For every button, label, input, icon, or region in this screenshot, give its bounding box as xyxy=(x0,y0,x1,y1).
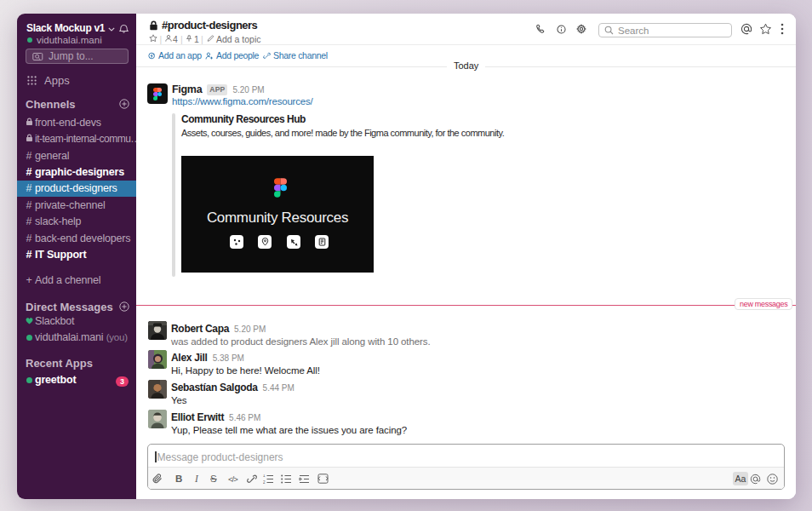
svg-text:2: 2 xyxy=(263,480,266,484)
svg-text:1: 1 xyxy=(263,474,266,478)
